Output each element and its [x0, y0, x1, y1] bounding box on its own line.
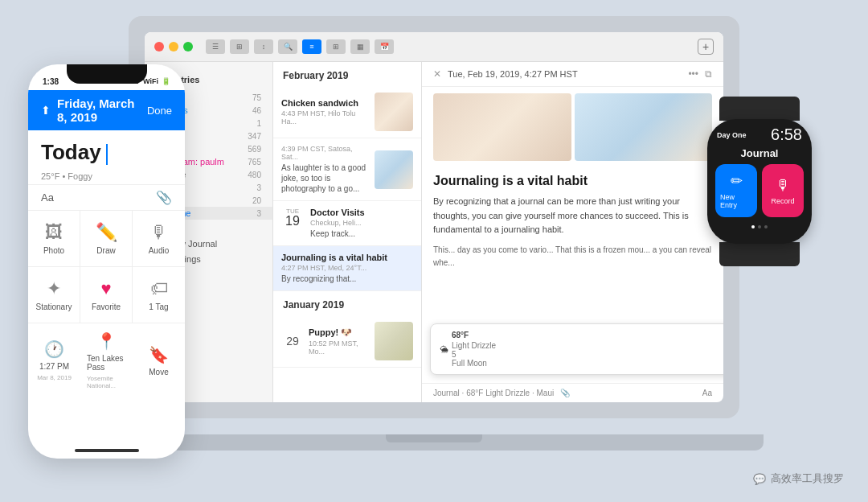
mac-titlebar: ☰ ⊞ ↕ 🔍 ≡ ⊞ ▦ 📅 + [145, 32, 723, 62]
detail-copy-icon[interactable]: ⧉ [705, 68, 712, 80]
iphone-audio-item[interactable]: 🎙 Audio [133, 211, 185, 267]
audio-icon: 🎙 [150, 222, 168, 243]
watch-dot-1 [751, 225, 755, 228]
weather-tooltip: 🌦 68°F Light Drizzle 5 Full Moon [430, 323, 723, 375]
mac-toolbar-icons: ☰ ⊞ ↕ 🔍 ≡ ⊞ ▦ 📅 [206, 39, 394, 54]
time-icon: 🕐 [44, 339, 64, 359]
watch-journal-label: Journal [707, 147, 812, 164]
favorite-label: Favorite [92, 302, 121, 311]
sidebar-item-journal2-count: 20 [252, 196, 261, 205]
entry-meta-doctor: Checkup, Heli... [310, 219, 365, 227]
detail-actions: ••• ⧉ [688, 68, 712, 80]
iphone-media-grid: 🖼 Photo ✏️ Draw 🎙 Audio ✦ Stationary ♥ F… [28, 211, 185, 323]
watch-record-button[interactable]: 🎙 Record [762, 164, 804, 217]
laptop-body: ☰ ⊞ ↕ 🔍 ≡ ⊞ ▦ 📅 + [129, 16, 739, 418]
iphone-upload-icon[interactable]: ⬆ [41, 104, 51, 117]
watermark-text: 高效率工具搜罗 [771, 471, 844, 486]
watch-new-entry-label: New Entry [720, 193, 752, 209]
sort-icon[interactable]: ↕ [254, 39, 273, 54]
iphone-draw-item[interactable]: ✏️ Draw [80, 211, 133, 267]
watch-mic-icon: 🎙 [776, 177, 790, 194]
entry-detail: ✕ Tue, Feb 19, 2019, 4:27 PM HST ••• ⧉ [422, 62, 723, 402]
entry-thumb-photo [375, 150, 413, 189]
sidebar-item-travel-count: 569 [248, 145, 261, 154]
sidebar-item-dayone-count: 3 [256, 209, 261, 218]
mac-toolbar-right: + [698, 39, 714, 55]
entry-chicken-sandwich[interactable]: Chicken sandwich 4:43 PM HST, Hilo Tolu … [273, 86, 421, 138]
entry-puppy[interactable]: 29 Puppy! 🐶 10:52 PM MST, Mo... [273, 315, 421, 368]
draw-label: Draw [96, 246, 115, 255]
weather-icon: 🌦 [440, 345, 448, 354]
detail-more-icon[interactable]: ••• [688, 68, 698, 80]
heart-icon: ♥ [100, 278, 111, 299]
time-label: 1:27 PM [39, 362, 69, 371]
iphone-header-date: Friday, March 8, 2019 [57, 97, 147, 124]
wifi-icon: WiFi [143, 77, 158, 85]
sidebar-item-sample-count: 480 [248, 171, 261, 179]
detail-header: ✕ Tue, Feb 19, 2019, 4:27 PM HST ••• ⧉ [422, 62, 723, 87]
close-button[interactable] [154, 42, 164, 51]
filter-icon[interactable]: ⊞ [230, 39, 249, 54]
add-entry-button[interactable]: + [698, 39, 714, 55]
laptop-base [104, 434, 764, 451]
entry-excerpt-photo: As laughter is to a good joke, so too is… [281, 163, 370, 194]
detail-footer-font-icon[interactable]: Aa [702, 389, 712, 397]
entry-excerpt-habit: By recognizing that... [281, 274, 413, 284]
iphone-photo-item[interactable]: 🖼 Photo [28, 211, 80, 267]
weather-moon: Full Moon [452, 359, 496, 368]
weather-desc: Light Drizzle [452, 341, 496, 350]
watch-body: Day One 6:58 Journal ✏ New Entry 🎙 Recor… [707, 119, 812, 244]
time-sub: Mar 8, 2019 [37, 374, 72, 381]
sidebar-item-notes-count: 3 [256, 183, 261, 192]
detail-images [422, 87, 723, 167]
iphone-move-item[interactable]: 🔖 Move [133, 323, 185, 397]
detail-footer: Journal · 68°F Light Drizzle · Maui 📎 Aa [422, 383, 723, 402]
entry-meta-habit: 4:27 PM HST, Med, 24°T... [281, 264, 413, 272]
traffic-lights [154, 42, 193, 51]
move-label: Move [149, 368, 168, 376]
watch-band-top [719, 97, 800, 121]
tag-label: 1 Tag [149, 302, 168, 311]
grid-view-icon[interactable]: ⊞ [326, 39, 346, 54]
watch-band-bottom [719, 242, 800, 266]
laptop: ☰ ⊞ ↕ 🔍 ≡ ⊞ ▦ 📅 + [129, 16, 739, 451]
mac-app: ☰ ⊞ ↕ 🔍 ≡ ⊞ ▦ 📅 + [145, 32, 723, 402]
iphone-attach-button[interactable]: 📎 [156, 190, 172, 205]
iphone-stationary-item[interactable]: ✦ Stationary [28, 267, 80, 323]
iphone-location-item[interactable]: 📍 Ten Lakes Pass Yosemite National... [80, 323, 133, 397]
detail-text: By recognizing that a journal can be mor… [433, 195, 712, 237]
iphone-tag-item[interactable]: 🏷 1 Tag [133, 267, 185, 323]
iphone-favorite-item[interactable]: ♥ Favorite [80, 267, 133, 323]
sidebar-item-instagram-count: 765 [248, 158, 261, 167]
stationary-icon: ✦ [47, 278, 61, 299]
detail-image-2 [575, 93, 713, 161]
entry-title-habit: Journaling is a vital habit [281, 253, 413, 262]
calendar-view-icon[interactable]: 📅 [375, 39, 394, 54]
watch-dot-2 [758, 225, 761, 228]
search-icon[interactable]: 🔍 [278, 39, 297, 54]
sidebar-item-medial-count: 1 [256, 119, 261, 128]
entry-doctor[interactable]: TUE 19 Doctor Visits Checkup, Heli... Ke… [273, 201, 421, 246]
iphone-font-button[interactable]: Aa [41, 191, 54, 204]
entry-photography[interactable]: 4:39 PM CST, Satosa, Sat... As laughter … [273, 138, 421, 201]
watch-new-entry-button[interactable]: ✏ New Entry [715, 164, 757, 217]
watch-status-bar: Day One 6:58 [707, 119, 812, 147]
entry-journal-habit[interactable]: Journaling is a vital habit 4:27 PM HST,… [273, 246, 421, 291]
iphone-weather-meta: 25°F • Foggy [41, 171, 92, 181]
timeline-view-icon[interactable]: ▦ [350, 39, 370, 54]
list-view-icon[interactable]: ≡ [302, 39, 321, 54]
iphone-done-button[interactable]: Done [147, 105, 172, 117]
entry-thumb-puppy [375, 322, 413, 360]
iphone-time-item[interactable]: 🕐 1:27 PM Mar 8, 2019 [28, 323, 80, 397]
sidebar-toggle-icon[interactable]: ☰ [206, 39, 225, 54]
watermark-icon: 💬 [753, 473, 766, 485]
detail-image-1 [433, 93, 571, 161]
detail-footer-attach-icon: 📎 [560, 389, 570, 397]
iphone-home-bar[interactable] [75, 449, 139, 452]
location-icon: 📍 [96, 331, 117, 351]
watch-page-dots [707, 225, 812, 232]
maximize-button[interactable] [183, 42, 193, 51]
detail-close-button[interactable]: ✕ [433, 68, 441, 80]
iphone-title-area: Today [28, 130, 185, 168]
minimize-button[interactable] [169, 42, 178, 51]
